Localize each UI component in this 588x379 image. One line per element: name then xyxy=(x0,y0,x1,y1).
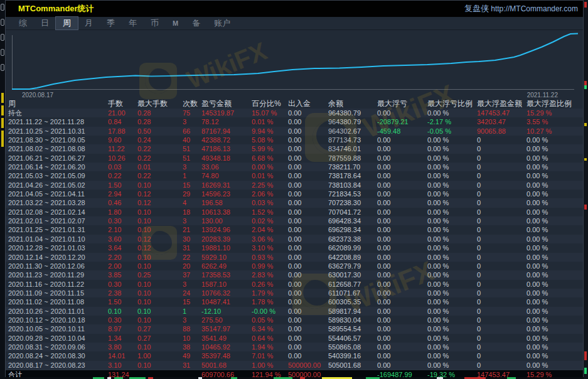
cell: 0.27 xyxy=(137,334,183,343)
cell: 1.79 % xyxy=(252,289,288,297)
cell: 0.01 % xyxy=(252,117,288,126)
cell: 10 xyxy=(183,334,201,343)
equity-chart: 2020.08.17 2021.11.22 xyxy=(6,30,583,99)
cell: 3 xyxy=(183,163,201,171)
cell: 2021.01.25 ~ 2021.01.31 xyxy=(8,225,108,234)
table-row[interactable]: 2020.11.02 ~ 2020.11.081.500.101510487.4… xyxy=(6,297,583,306)
cell: 0.00 % xyxy=(427,190,477,198)
cell: 9.60 xyxy=(108,136,137,144)
cell: 0 xyxy=(477,334,527,343)
column-header-9: 最大浮亏比例 xyxy=(427,99,477,109)
cell: 964302.67 xyxy=(328,127,377,136)
cell: 15.29 % xyxy=(527,109,583,117)
cell: 0 xyxy=(477,144,527,153)
table-row[interactable]: 2021.01.04 ~ 2021.01.103.600.123020283.3… xyxy=(6,235,583,243)
table-row[interactable]: 2021.10.25 ~ 2021.10.3117.880.506687167.… xyxy=(6,127,583,136)
cell: 0.00 % xyxy=(527,289,583,297)
table-row[interactable]: 2020.10.05 ~ 2020.10.118.970.278835147.9… xyxy=(6,324,583,333)
table-row[interactable]: 2021.06.21 ~ 2021.06.2710.260.225149348.… xyxy=(6,154,583,163)
menu-item-M[interactable]: M xyxy=(166,19,185,28)
cell: 0 xyxy=(477,208,527,216)
table-row[interactable]: 2020.11.16 ~ 2020.11.220.300.1031587.100… xyxy=(6,280,583,289)
cell: 0.00 % xyxy=(527,144,583,153)
menu-item-季[interactable]: 季 xyxy=(100,17,122,29)
table-row[interactable]: 2020.10.12 ~ 2020.10.180.300.103275.500.… xyxy=(6,316,583,324)
menu-item-币[interactable]: 币 xyxy=(144,17,166,29)
table-row[interactable]: 2021.03.22 ~ 2021.03.280.460.124196.580.… xyxy=(6,198,583,207)
table-row[interactable]: 2020.08.17 ~ 2020.08.233.100.10315001.68… xyxy=(6,361,583,370)
cell: 0.84 xyxy=(108,117,137,126)
background-window-left-sliver xyxy=(0,0,5,379)
cell: 1.50 xyxy=(108,181,137,190)
table-row[interactable]: 持仓21.000.2875145319.8715.07 %0.00964380.… xyxy=(6,109,583,117)
cell: 2021.05.03 ~ 2021.05.09 xyxy=(8,171,108,180)
cell: 0.00 xyxy=(288,262,328,270)
cell: 0.00 % xyxy=(527,297,583,306)
table-row[interactable]: 2021.08.30 ~ 2021.09.059.600.244042388.7… xyxy=(6,136,583,144)
table-row[interactable]: 2020.12.14 ~ 2020.12.202.200.10225929.10… xyxy=(6,253,583,262)
cell: 0.00 % xyxy=(427,144,477,153)
brand-link[interactable]: 复盘侠 http://MTCommander.com xyxy=(464,3,578,14)
cell: 0.00 xyxy=(377,262,427,270)
cell: 0.00 % xyxy=(527,190,583,198)
cell: 0.00 xyxy=(288,163,328,171)
cell: 22 xyxy=(183,253,201,262)
table-row[interactable]: 2021.04.26 ~ 2021.05.021.500.101516269.3… xyxy=(6,181,583,190)
menu-item-年[interactable]: 年 xyxy=(122,17,144,29)
table-row[interactable]: 2020.09.28 ~ 2020.10.041.340.27103541.49… xyxy=(6,334,583,343)
table-row[interactable]: 2021.08.02 ~ 2021.08.0811.220.225147186.… xyxy=(6,144,583,153)
title-bar: MTCommander统计 复盘侠 http://MTCommander.com xyxy=(6,1,583,17)
cell: 2020.08.31 ~ 2020.09.06 xyxy=(8,343,108,351)
cell: 15 xyxy=(183,297,201,306)
cell: 721834.53 xyxy=(328,190,377,198)
cell: 0.00 xyxy=(377,343,427,351)
cell: 2021.01.04 ~ 2021.01.10 xyxy=(8,235,108,243)
table-row[interactable]: 2020.08.24 ~ 2020.08.3014.011.004935397.… xyxy=(6,351,583,360)
table-row[interactable]: 2021.01.25 ~ 2021.01.312.100.102113924.9… xyxy=(6,225,583,234)
table-row[interactable]: 2020.12.28 ~ 2021.01.033.640.123119881.1… xyxy=(6,243,583,252)
column-header-10: 最大浮盈金额 xyxy=(477,99,527,109)
cell: 0.00 % xyxy=(427,343,477,351)
cell: 2020.11.30 ~ 2020.12.06 xyxy=(8,262,108,270)
cell: 0.00 % xyxy=(427,253,477,262)
table-row[interactable]: 2021.06.14 ~ 2021.06.200.030.01333.060.0… xyxy=(6,163,583,171)
table-row[interactable]: 2021.11.22 ~ 2021.11.280.840.28378.120.0… xyxy=(6,117,583,126)
table-row[interactable]: 2021.02.01 ~ 2021.02.070.300.103130.000.… xyxy=(6,216,583,225)
cell: 3 xyxy=(183,280,201,289)
cell: 17358.53 xyxy=(201,270,252,279)
cell: 31 xyxy=(183,243,201,252)
cell: 145319.87 xyxy=(201,109,252,117)
cell: 15.07 % xyxy=(252,109,288,117)
cell: 0.00 % xyxy=(427,324,477,333)
menu-item-账户[interactable]: 账户 xyxy=(207,17,237,29)
table-row[interactable]: 2021.05.03 ~ 2021.05.090.220.22174.800.0… xyxy=(6,171,583,180)
cell: 3.85 xyxy=(108,270,137,279)
table-row[interactable]: 2020.08.31 ~ 2020.09.063.800.103810465.9… xyxy=(6,343,583,351)
menu-item-周[interactable]: 周 xyxy=(56,17,78,29)
cell: 0.10 xyxy=(137,289,183,297)
cell: 0.00 % xyxy=(427,198,477,207)
cell: 1.00 % xyxy=(252,361,288,370)
menu-item-综[interactable]: 综 xyxy=(12,17,34,29)
cell: 0.30 xyxy=(108,316,137,324)
table-row[interactable]: 2020.11.09 ~ 2020.11.152.380.102410766.3… xyxy=(6,289,583,297)
background-window-right-sliver xyxy=(584,0,588,379)
cell: 0 xyxy=(477,343,527,351)
menu-item-日[interactable]: 日 xyxy=(34,17,56,29)
menu-item-备[interactable]: 备 xyxy=(185,17,207,29)
cell: 3 xyxy=(183,316,201,324)
table-row[interactable]: 2020.11.30 ~ 2020.12.062.000.10206262.49… xyxy=(6,262,583,270)
cell: 2020.11.09 ~ 2020.11.15 xyxy=(8,289,108,297)
table-row[interactable]: 2020.10.26 ~ 2020.11.010.100.101-12.10-0… xyxy=(6,307,583,316)
cell: 1.94 % xyxy=(252,343,288,351)
table-row[interactable]: 2020.11.23 ~ 2020.11.293.850.253717358.5… xyxy=(6,270,583,279)
cell: 0.00 % xyxy=(427,154,477,163)
table-row[interactable]: 2021.02.08 ~ 2021.02.141.800.101810613.3… xyxy=(6,208,583,216)
table-row[interactable]: 2021.04.05 ~ 2021.04.112.940.122914596.2… xyxy=(6,190,583,198)
menu-item-月[interactable]: 月 xyxy=(78,17,100,29)
cell: 0.99 % xyxy=(252,262,288,270)
cell: 0 xyxy=(477,361,527,370)
cell: 0.93 % xyxy=(252,253,288,262)
cell: 0.28 xyxy=(137,117,183,126)
cell: 0.25 xyxy=(137,270,183,279)
